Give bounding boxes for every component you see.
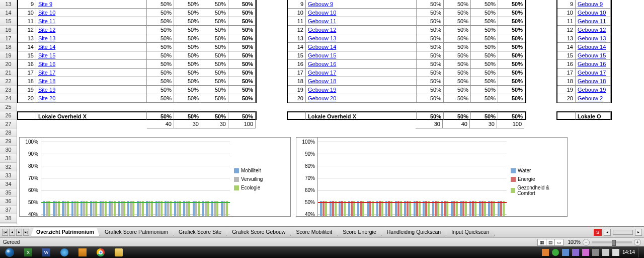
sheet-area[interactable]: 9Site 950%50%50%50%9Gebouw 950%50%50%50%… <box>17 0 644 224</box>
hscroll-track[interactable] <box>613 230 633 235</box>
view-pagebreak-icon[interactable]: ▭ <box>554 239 564 246</box>
sheet-tab[interactable]: Handleiding Quickscan <box>381 228 446 236</box>
row-name-link[interactable]: Gebouw 9 <box>578 1 603 7</box>
taskbar-outlook[interactable] <box>74 247 91 257</box>
row-header[interactable]: 31 <box>0 154 17 163</box>
row-name-link[interactable]: Gebouw 13 <box>578 35 606 41</box>
row-name-link[interactable]: Gebouw 11 <box>578 18 606 24</box>
row-header[interactable]: 14 <box>0 9 17 17</box>
row-header[interactable]: 22 <box>0 77 17 86</box>
row-header[interactable]: 30 <box>0 146 17 154</box>
row-name-link[interactable]: Gebouw 19 <box>578 87 606 93</box>
row-header[interactable]: 19 <box>0 51 17 60</box>
taskbar-explorer[interactable] <box>110 247 127 257</box>
hscroll-right-icon[interactable]: ▸ <box>635 229 642 236</box>
row-header[interactable]: 24 <box>0 94 17 103</box>
sheet-tab[interactable]: Grafiek Score Site <box>173 228 227 236</box>
row-header[interactable]: 29 <box>0 137 17 146</box>
row-header[interactable]: 35 <box>0 188 17 197</box>
view-normal-icon[interactable]: ▦ <box>537 239 546 246</box>
row-name-link[interactable]: Site 17 <box>38 70 55 76</box>
tray-icon-3[interactable] <box>562 249 569 256</box>
sheet-tab[interactable]: Score Mobiliteit <box>290 228 338 236</box>
zoom-in-icon[interactable]: + <box>634 239 641 246</box>
row-name-link[interactable]: Gebouw 12 <box>578 27 606 33</box>
row-header[interactable]: 13 <box>0 0 17 9</box>
row-name-link[interactable]: Site 15 <box>38 52 55 58</box>
tab-prev-icon[interactable]: ◂ <box>9 229 15 236</box>
row-header[interactable]: 16 <box>0 26 17 34</box>
tab-first-icon[interactable]: |◂ <box>2 229 8 236</box>
tab-last-icon[interactable]: ▸| <box>23 229 29 236</box>
tray-icon-6[interactable] <box>592 249 599 256</box>
row-header[interactable]: 23 <box>0 86 17 94</box>
row-header[interactable]: 34 <box>0 180 17 188</box>
row-name-link[interactable]: Gebouw 18 <box>578 78 606 84</box>
row-name-link[interactable]: Gebouw 20 <box>308 95 336 101</box>
row-name-link[interactable]: Gebouw 9 <box>308 1 333 7</box>
row-name-link[interactable]: Gebouw 18 <box>308 78 336 84</box>
row-name-link[interactable]: Site 16 <box>38 61 55 67</box>
taskbar-excel[interactable]: X <box>20 247 37 257</box>
row-name-link[interactable]: Gebouw 2 <box>578 95 603 101</box>
sheet-tab[interactable]: Score Energie <box>337 228 382 236</box>
sheet-tab[interactable]: Grafiek Score Patrimonium <box>99 228 174 236</box>
row-header[interactable]: 25 <box>0 103 17 111</box>
row-header[interactable]: 38 <box>0 214 17 223</box>
row-header[interactable]: 28 <box>0 128 17 137</box>
row-name-link[interactable]: Gebouw 15 <box>308 52 336 58</box>
row-name-link[interactable]: Gebouw 14 <box>308 44 336 50</box>
row-name-link[interactable]: Gebouw 15 <box>578 52 606 58</box>
tray-sync-icon[interactable] <box>552 249 559 256</box>
row-header[interactable]: 26 <box>0 111 17 120</box>
row-name-link[interactable]: Site 11 <box>38 18 55 24</box>
zoom-slider[interactable] <box>592 241 632 243</box>
taskbar-ie[interactable] <box>56 247 73 257</box>
taskbar-chrome[interactable] <box>92 247 109 257</box>
row-header[interactable]: 33 <box>0 171 17 180</box>
row-name-link[interactable]: Gebouw 16 <box>578 61 606 67</box>
row-name-link[interactable]: Gebouw 12 <box>308 27 336 33</box>
row-header[interactable]: 15 <box>0 17 17 26</box>
row-name-link[interactable]: Gebouw 17 <box>308 70 336 76</box>
chart-0[interactable]: 100%90%80%70%60%50%40%MobiliteitVervuili… <box>19 137 291 217</box>
sheet-tab[interactable]: Grafiek Score Gebouw <box>226 228 291 236</box>
sheet-tab[interactable]: Input Quickscan <box>446 228 495 236</box>
tray-icon-1[interactable] <box>542 249 549 256</box>
row-header[interactable]: 27 <box>0 120 17 128</box>
row-name-link[interactable]: Site 14 <box>38 44 55 50</box>
row-name-link[interactable]: Gebouw 10 <box>308 10 336 16</box>
row-header[interactable]: 32 <box>0 163 17 171</box>
tray-network-icon[interactable] <box>602 249 609 256</box>
view-pagelayout-icon[interactable]: ▤ <box>546 239 555 246</box>
row-name-link[interactable]: Site 10 <box>38 10 55 16</box>
row-name-link[interactable]: Site 9 <box>38 1 52 7</box>
row-header[interactable]: 17 <box>0 34 17 43</box>
start-button[interactable] <box>0 246 19 258</box>
row-name-link[interactable]: Site 12 <box>38 27 55 33</box>
show-desktop-button[interactable] <box>638 247 641 257</box>
row-header[interactable]: 37 <box>0 206 17 214</box>
row-name-link[interactable]: Gebouw 19 <box>308 87 336 93</box>
taskbar-clock[interactable]: 14:14 <box>622 249 635 255</box>
row-name-link[interactable]: Site 19 <box>38 87 55 93</box>
tray-volume-icon[interactable] <box>612 249 619 256</box>
row-name-link[interactable]: Site 18 <box>38 78 55 84</box>
sheet-tab[interactable]: Overzicht Patrimonium <box>31 228 100 236</box>
taskbar-word[interactable]: W <box>38 247 55 257</box>
row-name-link[interactable]: Gebouw 16 <box>308 61 336 67</box>
row-header[interactable]: 21 <box>0 69 17 77</box>
row-header[interactable]: 20 <box>0 60 17 69</box>
row-name-link[interactable]: Gebouw 17 <box>578 70 606 76</box>
tray-icon-5[interactable] <box>582 249 589 256</box>
row-name-link[interactable]: Site 20 <box>38 95 55 101</box>
chart-1[interactable]: 100%90%80%70%60%50%40%WaterEnergieGezond… <box>296 137 568 217</box>
row-name-link[interactable]: Gebouw 10 <box>578 10 606 16</box>
zoom-label[interactable]: 100% <box>568 239 581 245</box>
row-name-link[interactable]: Gebouw 11 <box>308 18 336 24</box>
row-header[interactable]: 18 <box>0 43 17 51</box>
tab-overflow-indicator[interactable]: S <box>594 229 602 236</box>
tab-next-icon[interactable]: ▸ <box>16 229 22 236</box>
tray-icon-4[interactable] <box>572 249 579 256</box>
zoom-out-icon[interactable]: − <box>583 239 590 246</box>
